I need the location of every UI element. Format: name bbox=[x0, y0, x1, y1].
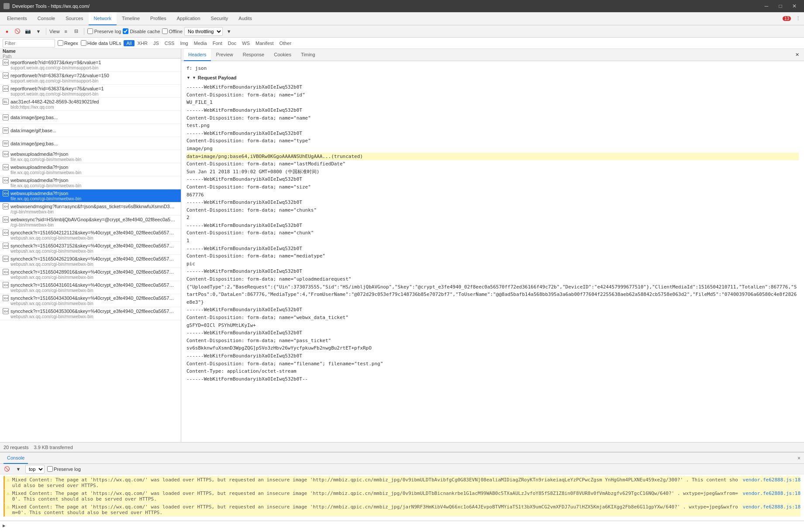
detail-tab-response[interactable]: Response bbox=[238, 49, 269, 61]
request-item[interactable]: BLaac31ecf-4482-42b2-8569-3c4819021fedbl… bbox=[0, 98, 181, 111]
title-bar-controls[interactable]: ─ □ ✕ bbox=[760, 0, 801, 12]
request-item[interactable]: XHsynccheck?r=1516504212112&skey=%40cryp… bbox=[0, 229, 181, 242]
payload-line: Content-Disposition: form-data; name="na… bbox=[186, 114, 799, 122]
filter-font[interactable]: Font bbox=[210, 40, 225, 46]
tab-profiles[interactable]: Profiles bbox=[145, 12, 172, 25]
regex-input[interactable] bbox=[58, 40, 63, 46]
offline-checkbox[interactable]: Offline bbox=[162, 28, 183, 34]
preserve-log-input[interactable] bbox=[87, 28, 93, 34]
request-item[interactable]: XHwebwxuploadmedia?f=jsonfile.wx.qq.com/… bbox=[0, 176, 181, 189]
filter-ws[interactable]: WS bbox=[239, 40, 252, 46]
request-path: /cgi-bin/mmwebwx-bin bbox=[0, 209, 181, 214]
request-item[interactable]: XHwebwxuploadmedia?f=jsonfile.wx.qq.com/… bbox=[0, 150, 181, 163]
request-item[interactable]: XHsynccheck?r=1516504289016&skey=%40cryp… bbox=[0, 268, 181, 281]
request-item[interactable]: XHsynccheck?r=1516504262190&skey=%40cryp… bbox=[0, 255, 181, 268]
filter-img[interactable]: Img bbox=[177, 40, 190, 46]
tab-security[interactable]: Security bbox=[206, 12, 234, 25]
separator-1 bbox=[46, 28, 46, 35]
request-path: support.weixin.qq.com/cgi-bin/mmsupport-… bbox=[0, 65, 181, 70]
filter-js[interactable]: JS bbox=[151, 40, 162, 46]
filter-button[interactable]: ▼ bbox=[34, 27, 43, 36]
tab-application[interactable]: Application bbox=[172, 12, 206, 25]
tab-audits[interactable]: Audits bbox=[233, 12, 257, 25]
console-close-button[interactable]: × bbox=[797, 455, 801, 461]
view-grid-button[interactable]: ⊟ bbox=[72, 27, 81, 36]
console-input[interactable] bbox=[7, 523, 801, 529]
offline-input[interactable] bbox=[162, 28, 168, 34]
filter-input[interactable] bbox=[3, 39, 55, 48]
detail-tab-preview[interactable]: Preview bbox=[212, 49, 238, 61]
tab-console[interactable]: Console bbox=[32, 12, 60, 25]
request-name: webwxsendmsgimg?fun=async&f=json&pass_ti… bbox=[10, 204, 176, 209]
clear-button[interactable]: 🚫 bbox=[13, 27, 22, 36]
minimize-button[interactable]: ─ bbox=[760, 0, 773, 12]
filter-other[interactable]: Other bbox=[277, 40, 294, 46]
regex-checkbox[interactable]: Regex bbox=[58, 40, 78, 46]
hide-data-urls-label: Hide data URLs bbox=[87, 41, 121, 46]
tab-sources[interactable]: Sources bbox=[60, 12, 88, 25]
request-type-icon: BL bbox=[3, 99, 9, 105]
console-preserve-log-input[interactable] bbox=[47, 466, 53, 472]
console-source[interactable]: vendor.fe62888.js:18 bbox=[743, 491, 801, 496]
filter-all[interactable]: All bbox=[124, 40, 134, 46]
maximize-button[interactable]: □ bbox=[774, 0, 787, 12]
record-button[interactable]: ● bbox=[3, 27, 11, 36]
hide-data-urls-input[interactable] bbox=[81, 40, 86, 46]
menu-button[interactable]: ⋮ bbox=[794, 14, 802, 23]
payload-line: ------WebKitFormBoundaryibXaOIeIwq532b0T bbox=[186, 352, 799, 360]
console-filter-button[interactable]: ▼ bbox=[14, 465, 23, 474]
filter-media[interactable]: Media bbox=[191, 40, 210, 46]
disable-cache-input[interactable] bbox=[123, 28, 128, 34]
tab-timeline[interactable]: Timeline bbox=[117, 12, 145, 25]
request-item[interactable]: IMdata:image/gif;base... bbox=[0, 124, 181, 137]
view-list-button[interactable]: ≡ bbox=[62, 27, 70, 36]
request-item[interactable]: XHreportforweb?rid=69373&rkey=9&rvalue=1… bbox=[0, 58, 181, 72]
throttle-select[interactable]: No throttling bbox=[184, 27, 223, 36]
request-item[interactable]: XHreportforweb?rid=63637&rkey=72&rvalue=… bbox=[0, 72, 181, 85]
filter-xhr[interactable]: XHR bbox=[135, 40, 150, 46]
filter-types: All XHR JS CSS Img Media Font Doc WS Man… bbox=[124, 40, 294, 46]
filter-css[interactable]: CSS bbox=[162, 40, 177, 46]
detail-tab-timing[interactable]: Timing bbox=[297, 49, 320, 61]
preserve-log-checkbox[interactable]: Preserve log bbox=[87, 28, 121, 34]
console-source[interactable]: vendor.fe62888.js:18 bbox=[743, 504, 801, 510]
console-preserve-log-checkbox[interactable]: Preserve log bbox=[47, 466, 81, 472]
request-item[interactable]: XHwebwxsync?sid=HS/imbljQbAVGnop&skey=@c… bbox=[0, 216, 181, 229]
request-item[interactable]: XHsynccheck?r=1516504316014&skey=%40cryp… bbox=[0, 281, 181, 294]
throttle-dropdown[interactable]: ▼ bbox=[224, 27, 233, 36]
title-bar-left: Developer Tools - https://wx.qq.com/ bbox=[3, 3, 90, 9]
request-path: webpush.wx.qq.com/cgi-bin/mmwebwx-bin bbox=[0, 249, 181, 254]
console-tab[interactable]: Console bbox=[3, 453, 28, 464]
request-item[interactable]: XHwebwxuploadmedia?f=jsonfile.wx.qq.com/… bbox=[0, 163, 181, 176]
request-item[interactable]: IMdata:image/jpeg;bas... bbox=[0, 137, 181, 150]
disable-cache-checkbox[interactable]: Disable cache bbox=[123, 28, 160, 34]
request-item[interactable]: XHreportforweb?rid=63637&rkey=76&rvalue=… bbox=[0, 85, 181, 98]
tab-network[interactable]: Network bbox=[89, 12, 117, 25]
detail-close-button[interactable]: ✕ bbox=[793, 51, 801, 59]
request-name: data:image/gif;base... bbox=[10, 128, 56, 133]
console-clear-button[interactable]: 🚫 bbox=[3, 465, 11, 474]
tab-elements[interactable]: Elements bbox=[2, 12, 32, 25]
filter-doc[interactable]: Doc bbox=[225, 40, 239, 46]
detail-tab-headers[interactable]: Headers bbox=[184, 49, 211, 61]
detail-content: f: json▼Request Payload------WebKitFormB… bbox=[181, 61, 804, 442]
request-item[interactable]: XHwebwxuploadmedia?f=jsonfile.wx.qq.com/… bbox=[0, 189, 181, 203]
request-path: file.wx.qq.com/cgi-bin/mmwebwx-bin bbox=[0, 196, 181, 201]
request-name: data:image/jpeg;bas... bbox=[10, 141, 58, 146]
payload-line: 1 bbox=[186, 237, 799, 245]
request-item[interactable]: IMdata:image/jpeg;bas... bbox=[0, 111, 181, 124]
filter-manifest[interactable]: Manifest bbox=[253, 40, 276, 46]
payload-line: ------WebKitFormBoundaryibXaOIeIwq532b0T bbox=[186, 222, 799, 230]
request-item[interactable]: XHwebwxsendmsgimg?fun=async&f=json&pass_… bbox=[0, 203, 181, 216]
notification-badge: 13 bbox=[783, 16, 791, 21]
console-context-select[interactable]: top bbox=[25, 465, 45, 474]
request-item[interactable]: XHsynccheck?r=1516504343004&skey=%40cryp… bbox=[0, 294, 181, 307]
hide-data-urls-checkbox[interactable]: Hide data URLs bbox=[81, 40, 121, 46]
camera-button[interactable]: 📷 bbox=[24, 27, 32, 36]
title-bar-text: Developer Tools - https://wx.qq.com/ bbox=[12, 3, 90, 9]
close-button[interactable]: ✕ bbox=[788, 0, 801, 12]
request-item[interactable]: XHsynccheck?r=1516504353006&skey=%40cryp… bbox=[0, 307, 181, 320]
request-item[interactable]: XHsynccheck?r=1516504237152&skey=%40cryp… bbox=[0, 242, 181, 255]
console-source[interactable]: vendor.fe62888.js:18 bbox=[743, 477, 801, 483]
detail-tab-cookies[interactable]: Cookies bbox=[269, 49, 296, 61]
